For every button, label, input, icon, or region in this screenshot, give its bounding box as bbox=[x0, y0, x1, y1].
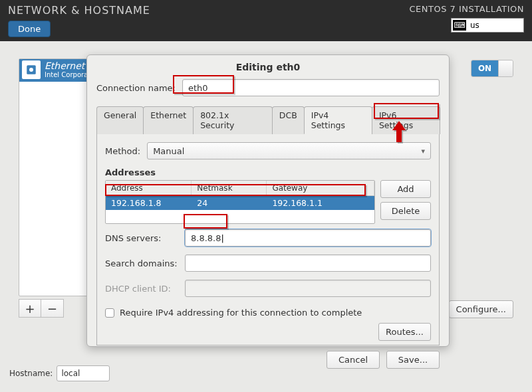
dialog-title: Editing eth0 bbox=[96, 62, 440, 72]
page-title: NETWORK & HOSTNAME bbox=[8, 4, 150, 17]
cancel-button[interactable]: Cancel bbox=[327, 351, 380, 369]
installer-label: CENTOS 7 INSTALLATION bbox=[409, 4, 524, 14]
col-gateway: Gateway bbox=[267, 181, 374, 195]
col-address: Address bbox=[106, 181, 192, 195]
col-netmask: Netmask bbox=[192, 181, 267, 195]
search-domains-input[interactable] bbox=[185, 254, 431, 272]
configure-button[interactable]: Configure... bbox=[449, 300, 513, 318]
cell-address: 192.168.1.8 bbox=[106, 196, 192, 210]
tab-ipv4-settings[interactable]: IPv4 Settings bbox=[304, 106, 372, 134]
tab-dcb[interactable]: DCB bbox=[272, 106, 305, 134]
cell-gateway: 192.168.1.1 bbox=[267, 196, 374, 210]
require-ipv4-label: Require IPv4 addressing for this connect… bbox=[120, 308, 362, 318]
save-button[interactable]: Save... bbox=[386, 351, 440, 369]
routes-button[interactable]: Routes... bbox=[378, 323, 431, 341]
installer-topbar: NETWORK & HOSTNAME Done CENTOS 7 INSTALL… bbox=[0, 0, 532, 41]
tab-ipv6-settings[interactable]: IPv6 Settings bbox=[372, 106, 440, 134]
add-device-button[interactable]: + bbox=[19, 299, 41, 318]
toggle-on-label: ON bbox=[471, 60, 498, 76]
dhcp-client-id-input bbox=[185, 280, 431, 297]
dns-input[interactable]: 8.8.8.8| bbox=[185, 229, 431, 246]
hostname-label: Hostname: bbox=[9, 369, 53, 378]
search-domains-label: Search domains: bbox=[105, 258, 178, 268]
checkbox-icon bbox=[105, 308, 114, 318]
method-label: Method: bbox=[105, 146, 140, 156]
add-address-button[interactable]: Add bbox=[380, 180, 431, 198]
device-vendor: Intel Corpora bbox=[45, 71, 88, 78]
svg-point-1 bbox=[29, 68, 33, 72]
addresses-heading: Addresses bbox=[105, 167, 431, 177]
delete-address-button[interactable]: Delete bbox=[380, 202, 431, 220]
nic-icon bbox=[22, 60, 41, 79]
dhcp-client-id-label: DHCP client ID: bbox=[105, 284, 178, 294]
edit-connection-dialog: Editing eth0 Connection name: eth0 Gener… bbox=[86, 54, 450, 347]
toggle-knob bbox=[498, 60, 513, 76]
dns-label: DNS servers: bbox=[105, 233, 178, 243]
chevron-down-icon: ▾ bbox=[421, 147, 425, 155]
ipv4-tab-body: Method: Manual ▾ Addresses Address Netma… bbox=[96, 134, 440, 345]
cell-netmask: 24 bbox=[192, 196, 267, 210]
tabstrip: General Ethernet 802.1x Security DCB IPv… bbox=[96, 106, 440, 134]
tab-general[interactable]: General bbox=[96, 106, 144, 134]
keyboard-layout-label: us bbox=[470, 21, 479, 30]
address-row[interactable]: 192.168.1.8 24 192.168.1.1 bbox=[106, 196, 374, 210]
require-ipv4-checkbox[interactable]: Require IPv4 addressing for this connect… bbox=[105, 308, 431, 318]
connection-name-input[interactable]: eth0 bbox=[182, 79, 440, 96]
keyboard-icon bbox=[453, 20, 466, 31]
connection-name-label: Connection name: bbox=[96, 83, 176, 93]
method-value: Manual bbox=[153, 146, 184, 156]
keyboard-layout-selector[interactable]: us bbox=[451, 18, 524, 33]
tab-8021x-security[interactable]: 802.1x Security bbox=[193, 106, 273, 134]
device-name: Ethernet bbox=[45, 60, 88, 71]
done-button[interactable]: Done bbox=[8, 21, 51, 37]
remove-device-button[interactable]: − bbox=[41, 299, 64, 318]
method-select[interactable]: Manual ▾ bbox=[147, 142, 431, 159]
connection-toggle[interactable]: ON bbox=[471, 60, 513, 77]
addresses-table[interactable]: Address Netmask Gateway 192.168.1.8 24 1… bbox=[105, 180, 375, 224]
tab-ethernet[interactable]: Ethernet bbox=[143, 106, 194, 134]
